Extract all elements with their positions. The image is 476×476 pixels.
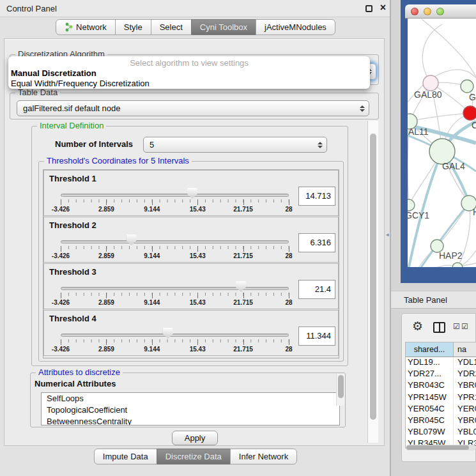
svg-text:GCY1: GCY1 — [408, 210, 429, 220]
threshold-value-field[interactable]: 11.344 — [298, 326, 335, 346]
panel-title: Control Panel — [6, 4, 57, 13]
table-horizontal-scrollbar[interactable] — [406, 445, 476, 450]
attributes-group: Attributes to discretize Numerical Attri… — [30, 372, 346, 427]
table-scrollbar-thumb[interactable] — [406, 445, 469, 450]
checkbox-icon[interactable]: ☑ — [453, 322, 460, 331]
cell-shared-name[interactable]: YBR045C — [406, 415, 454, 427]
cell-shared-name[interactable]: YBR043C — [406, 380, 454, 392]
dropdown-option-manual[interactable]: Manual Discretization — [11, 68, 96, 78]
cell-name[interactable]: YER0 — [454, 404, 476, 415]
cell-shared-name[interactable]: YPR145W — [406, 392, 454, 404]
slider-scale-label: -3.426 — [52, 252, 70, 259]
slider-major-tick — [152, 246, 153, 252]
slider-scale-label: 21.715 — [233, 206, 253, 213]
slider-major-tick — [106, 246, 107, 252]
group-title: Interval Definition — [37, 121, 106, 130]
cell-shared-name[interactable]: YBL079W — [406, 427, 454, 438]
apply-button[interactable]: Apply — [172, 431, 218, 445]
close-traffic-light-icon[interactable] — [411, 8, 418, 15]
checkbox-icon[interactable]: ☑ — [461, 322, 468, 331]
tab-style[interactable]: Style — [115, 19, 151, 35]
slider-major-tick — [152, 293, 153, 298]
minimize-traffic-light-icon[interactable] — [424, 8, 431, 15]
tab-network[interactable]: Network — [56, 19, 116, 35]
table-row[interactable]: YPR145W YPR1 — [406, 392, 476, 404]
threshold-value-field[interactable]: 6.316 — [298, 233, 335, 252]
table-row[interactable]: YDL19... YDL1 — [406, 357, 476, 369]
slider-major-tick — [152, 199, 153, 205]
tab-impute-data[interactable]: Impute Data — [94, 449, 157, 464]
tab-jactivemnodules[interactable]: jActiveMNodules — [256, 19, 335, 35]
tab-discretize-data[interactable]: Discretize Data — [157, 449, 231, 464]
slider-scale-label: 15.43 — [190, 206, 206, 213]
table-data-group: Table Data galFiltered.sif default node — [10, 93, 379, 119]
network-canvas[interactable]: GAL80 G. C GAL11 GAL4 GCY1 H HAP2 — [408, 19, 476, 267]
cell-shared-name[interactable]: YDL19... — [406, 357, 454, 369]
list-scrollbar-thumb[interactable] — [338, 375, 344, 398]
number-of-intervals-value: 5 — [150, 140, 154, 150]
number-of-intervals-combobox[interactable]: 5 — [143, 137, 327, 153]
cell-name[interactable]: YDR2 — [454, 369, 476, 380]
zoom-traffic-light-icon[interactable] — [436, 8, 444, 15]
tab-cyni-toolbox[interactable]: Cyni Toolbox — [191, 19, 256, 35]
cell-name[interactable]: YPR1 — [454, 392, 476, 404]
list-scrollbar[interactable] — [336, 374, 344, 406]
dropdown-option-equal-width[interactable]: Equal Width/Frequency Discretization — [11, 79, 150, 88]
slider-major-tick — [61, 246, 61, 252]
table-data-combobox[interactable]: galFiltered.sif default node — [17, 100, 369, 116]
table-row[interactable]: YDR27... YDR2 — [406, 369, 476, 380]
group-title: Threshold's Coordinates for 5 Intervals — [44, 156, 192, 165]
slider-scale-label: 15.43 — [190, 299, 206, 306]
interval-definition-group: Interval Definition Number of Intervals … — [31, 126, 348, 366]
threshold-row: Threshold 3 -3.4262.8599.14415.4321.7152… — [43, 263, 339, 309]
slider-scale-label: 21.715 — [233, 346, 253, 353]
slider-scale-label: 9.144 — [144, 346, 160, 353]
slider-scale-label: 15.43 — [190, 346, 206, 353]
slider-scale-label: 9.144 — [144, 252, 160, 259]
slider-major-tick — [197, 199, 198, 205]
cell-shared-name[interactable]: YDR27... — [406, 369, 454, 380]
slider-scale-label: 28 — [285, 346, 292, 353]
slider-major-tick — [289, 293, 289, 298]
table-header: shared... na — [406, 342, 476, 357]
node-gal80[interactable] — [423, 75, 438, 91]
cell-name[interactable]: YDL1 — [454, 357, 476, 369]
float-window-icon[interactable] — [365, 5, 372, 12]
column-header-shared[interactable]: shared... — [406, 342, 454, 357]
algorithm-dropdown-popup: Select algorithm to view settings Manual… — [8, 56, 370, 89]
tab-network-label: Network — [76, 22, 107, 32]
thresholds-group: Threshold's Coordinates for 5 Intervals … — [38, 161, 344, 362]
node-gcy1[interactable] — [408, 199, 415, 211]
attribute-list-item[interactable]: SelfLoops — [42, 393, 339, 404]
slider-major-tick — [243, 339, 244, 345]
network-window-titlebar[interactable] — [405, 4, 476, 19]
cell-name[interactable]: YBR0 — [454, 380, 476, 392]
attribute-list-item[interactable]: BetweennessCentrality — [42, 416, 339, 426]
splitter-collapse-icon[interactable]: ◂ — [386, 231, 389, 238]
cell-name[interactable]: YBL0 — [454, 427, 476, 438]
table-row[interactable]: YBR045C YBR0 — [406, 415, 476, 427]
cell-name[interactable]: YBR0 — [454, 415, 476, 427]
columns-icon[interactable] — [433, 322, 445, 333]
table-row[interactable]: YER054C YER0 — [406, 404, 476, 415]
threshold-value-field[interactable]: 21.4 — [298, 280, 335, 299]
node-gal4[interactable] — [429, 139, 455, 164]
node-bottom[interactable] — [452, 263, 463, 267]
tab-select[interactable]: Select — [151, 19, 192, 35]
column-header-name[interactable]: na — [454, 342, 476, 357]
table-row[interactable]: YBL079W YBL0 — [406, 427, 476, 438]
panel-scrollbar[interactable] — [367, 121, 378, 443]
dropdown-prompt[interactable]: Select algorithm to view settings — [8, 58, 370, 68]
tab-infer-network[interactable]: Infer Network — [230, 449, 297, 464]
panel-scrollbar-thumb[interactable] — [370, 134, 376, 420]
node-g[interactable] — [461, 80, 473, 93]
cell-shared-name[interactable]: YER054C — [406, 404, 454, 415]
attribute-list-item[interactable]: TopologicalCoefficient — [42, 404, 339, 416]
close-icon[interactable]: × — [380, 2, 386, 13]
slider-major-tick — [61, 339, 61, 345]
threshold-value-field[interactable]: 14.713 — [298, 187, 335, 206]
table-panel-title: Table Panel — [404, 295, 447, 305]
gear-icon[interactable]: ⚙ — [412, 319, 423, 334]
node-selected-red[interactable] — [463, 106, 476, 120]
table-row[interactable]: YBR043C YBR0 — [406, 380, 476, 392]
